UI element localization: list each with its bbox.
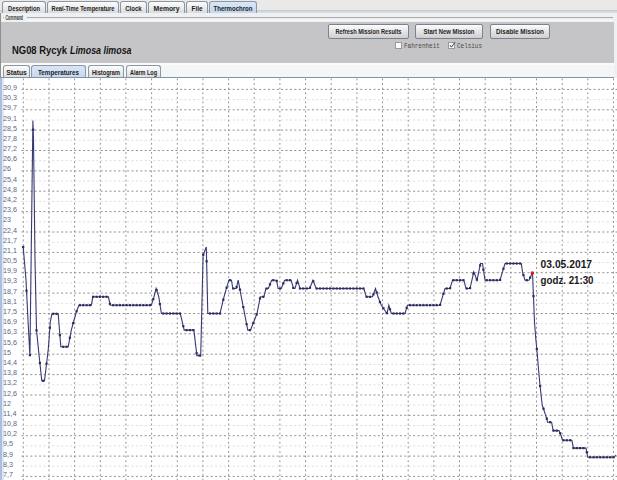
svg-text:21,7: 21,7	[3, 236, 17, 245]
svg-text:30,9: 30,9	[3, 83, 17, 92]
svg-text:Memory: Memory	[154, 4, 181, 13]
svg-text:7,7: 7,7	[3, 470, 13, 479]
svg-text:Temperatures: Temperatures	[38, 68, 79, 77]
svg-text:14,4: 14,4	[3, 358, 17, 367]
svg-text:Real-Time Temperature: Real-Time Temperature	[52, 4, 115, 13]
svg-text:13,8: 13,8	[3, 368, 17, 377]
svg-text:19,3: 19,3	[3, 276, 17, 285]
svg-text:03.05.2017: 03.05.2017	[541, 258, 593, 270]
svg-text:29,7: 29,7	[3, 103, 17, 112]
svg-text:NG08 Rycyk: NG08 Rycyk	[12, 44, 68, 56]
svg-text:10,8: 10,8	[3, 419, 17, 428]
svg-text:Alarm Log: Alarm Log	[130, 68, 157, 77]
svg-text:12: 12	[3, 399, 11, 408]
svg-text:27,2: 27,2	[3, 144, 17, 153]
svg-text:15: 15	[3, 348, 11, 357]
svg-text:Refresh Mission Results: Refresh Mission Results	[336, 27, 402, 36]
svg-text:18,7: 18,7	[3, 287, 17, 296]
svg-text:godz. 21:30: godz. 21:30	[541, 274, 594, 286]
svg-text:16,3: 16,3	[3, 327, 17, 336]
svg-text:23: 23	[3, 215, 11, 224]
svg-text:28,5: 28,5	[3, 124, 17, 133]
svg-text:Limosa limosa: Limosa limosa	[70, 44, 132, 56]
svg-text:Thermochron: Thermochron	[214, 4, 253, 13]
svg-text:Start New Mission: Start New Mission	[424, 27, 475, 36]
svg-text:9,5: 9,5	[3, 439, 13, 448]
svg-text:Command: Command	[6, 14, 24, 21]
svg-text:Histogram: Histogram	[92, 68, 120, 77]
svg-text:22,4: 22,4	[3, 226, 17, 235]
svg-text:Status: Status	[6, 68, 27, 77]
svg-text:26: 26	[3, 164, 11, 173]
svg-text:File: File	[192, 4, 203, 13]
svg-text:8,3: 8,3	[3, 460, 13, 469]
svg-text:24,8: 24,8	[3, 185, 17, 194]
svg-text:26,6: 26,6	[3, 154, 17, 163]
svg-text:18,1: 18,1	[3, 297, 17, 306]
svg-text:19,9: 19,9	[3, 266, 17, 275]
svg-text:16,9: 16,9	[3, 317, 17, 326]
svg-text:20,5: 20,5	[3, 256, 17, 265]
svg-text:Fahrenheit: Fahrenheit	[404, 42, 440, 50]
svg-text:Celsius: Celsius	[457, 42, 482, 50]
svg-text:8,9: 8,9	[3, 450, 13, 459]
svg-text:23,6: 23,6	[3, 205, 17, 214]
svg-text:13,2: 13,2	[3, 378, 17, 387]
svg-text:17,5: 17,5	[3, 307, 17, 316]
svg-text:25,4: 25,4	[3, 175, 17, 184]
svg-text:12,6: 12,6	[3, 389, 17, 398]
svg-text:Clock: Clock	[125, 4, 142, 13]
svg-text:11,4: 11,4	[3, 409, 16, 418]
svg-text:30,3: 30,3	[3, 93, 17, 102]
svg-text:Description: Description	[8, 4, 40, 13]
svg-text:21,1: 21,1	[3, 246, 17, 255]
svg-text:29,1: 29,1	[3, 114, 17, 123]
svg-text:24,2: 24,2	[3, 195, 17, 204]
svg-text:27,8: 27,8	[3, 134, 17, 143]
svg-text:Disable Mission: Disable Mission	[496, 27, 544, 36]
svg-text:10,2: 10,2	[3, 429, 17, 438]
svg-text:15,6: 15,6	[3, 338, 17, 347]
